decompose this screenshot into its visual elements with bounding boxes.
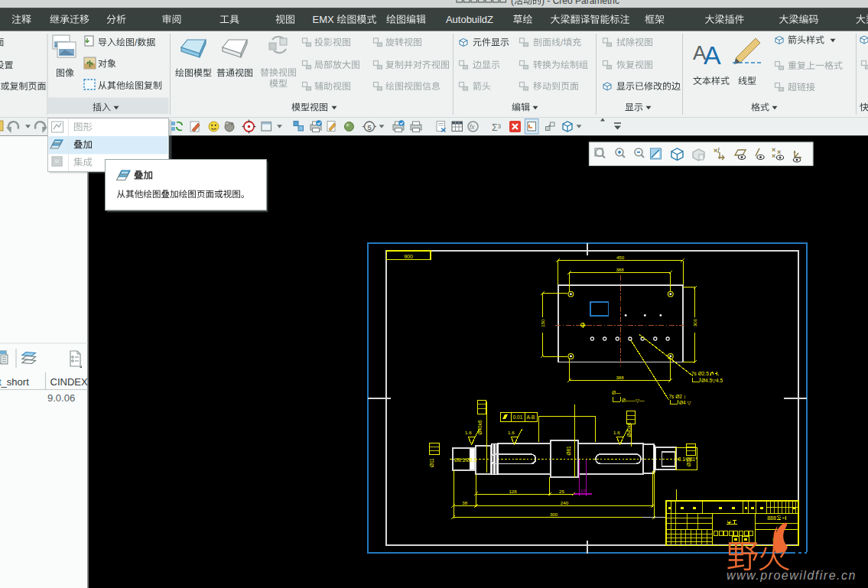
svg-text:Ø40k6: Ø40k6 [477, 420, 483, 435]
svg-text:Ø4.5▽4.5: Ø4.5▽4.5 [701, 378, 723, 383]
svg-text:t_short: t_short [0, 376, 29, 388]
svg-text:10: 10 [580, 488, 586, 493]
svg-text:240: 240 [561, 500, 569, 505]
svg-text:900: 900 [404, 254, 413, 259]
svg-text:Ø11: Ø11 [429, 458, 434, 467]
svg-text:1.6: 1.6 [508, 430, 515, 435]
svg-text:Ø40k6: Ø40k6 [626, 422, 632, 437]
svg-text:7s Ø2.5: 7s Ø2.5 [691, 371, 709, 376]
svg-text:388: 388 [616, 375, 624, 380]
svg-text:150: 150 [540, 319, 545, 327]
svg-text:fx: fx [470, 123, 475, 131]
svg-text:Ø8.1⁄Ø8.5: Ø8.1⁄Ø8.5 [454, 457, 477, 463]
svg-text:300: 300 [692, 318, 697, 326]
svg-text:(: ( [511, 0, 514, 6]
svg-text:388: 388 [616, 267, 624, 272]
svg-text:EMX: EMX [313, 14, 335, 25]
svg-text:7s Ø2 ↕: 7s Ø2 ↕ [669, 394, 686, 399]
svg-text:128: 128 [509, 489, 517, 494]
svg-text:A: A [704, 41, 721, 70]
svg-text:300: 300 [550, 512, 558, 517]
svg-text:Σ³: Σ³ [492, 122, 501, 133]
svg-text:Ø——▽—: Ø——▽— [622, 398, 645, 403]
svg-text:×/: ×/ [714, 147, 720, 154]
svg-text:A-B: A-B [527, 414, 535, 420]
svg-text:9.0.06: 9.0.06 [47, 392, 75, 404]
svg-text:) - Creo Parametric: ) - Creo Parametric [541, 0, 619, 6]
svg-text:38: 38 [462, 500, 467, 505]
svg-text:450: 450 [616, 255, 625, 260]
svg-text:1.6: 1.6 [465, 430, 472, 435]
svg-text:CINDEX: CINDEX [50, 376, 88, 388]
svg-text:Ø4 ▽: Ø4 ▽ [679, 400, 691, 405]
svg-text:0.01: 0.01 [513, 414, 523, 420]
svg-text:=8.1⁄Ø81*: =8.1⁄Ø81* [675, 456, 697, 462]
svg-text:Ø—: Ø— [612, 390, 621, 395]
svg-text:25: 25 [559, 489, 564, 494]
svg-text:www.proewildfire.cn: www.proewildfire.cn [727, 569, 857, 582]
svg-text:5: 5 [368, 123, 372, 132]
svg-text:Ø81: Ø81 [566, 446, 571, 456]
svg-text:×: × [772, 152, 775, 160]
svg-text:1.6: 1.6 [613, 430, 620, 435]
svg-text:AutobuildZ: AutobuildZ [446, 14, 493, 25]
svg-text:888: 888 [767, 515, 776, 521]
